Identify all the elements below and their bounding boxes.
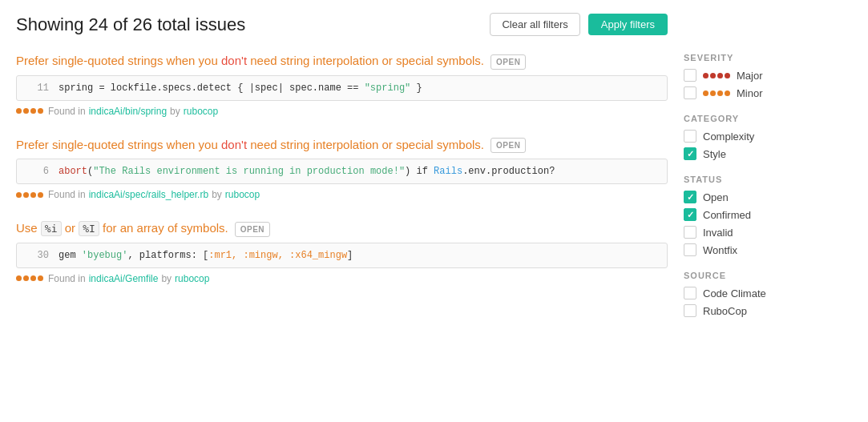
category-section: CATEGORY ComplexityStyle (684, 114, 852, 160)
issue-badge: OPEN (491, 54, 526, 70)
dot (23, 108, 29, 114)
found-path-link[interactable]: indicaAi/spec/rails_helper.rb (89, 189, 208, 200)
dot (38, 108, 43, 114)
title-text: need string interpolation or special sym… (247, 54, 484, 67)
status-items: OpenConfirmedInvalidWontfix (684, 191, 852, 256)
severity-dot (710, 90, 716, 96)
severity-dots (16, 108, 43, 114)
status-items-item-3[interactable]: Wontfix (684, 243, 852, 256)
severity-dot (703, 73, 709, 78)
found-by: by (170, 106, 180, 117)
found-text: Found in (48, 189, 86, 200)
found-tool-link[interactable]: rubocop (184, 106, 218, 117)
source-items-label-1: RuboCop (703, 305, 747, 317)
severity-section: SEVERITY MajorMinor (684, 53, 852, 99)
severity-items-label-0: Major (703, 70, 763, 82)
status-items-item-0[interactable]: Open (684, 191, 852, 203)
category-items: ComplexityStyle (684, 130, 852, 160)
issue-card-2: Use %i or %I for an array of symbols.OPE… (16, 219, 668, 284)
dot (16, 108, 22, 114)
status-items-checkbox-1[interactable] (684, 208, 696, 221)
category-items-item-0[interactable]: Complexity (684, 130, 852, 143)
source-items-label-0: Code Climate (703, 287, 766, 299)
source-items-checkbox-1[interactable] (684, 304, 696, 317)
found-line: Found in indicaAi/bin/spring by rubocop (16, 106, 668, 117)
status-label: STATUS (684, 175, 852, 184)
found-tool-link[interactable]: rubocop (175, 273, 209, 284)
status-items-checkbox-2[interactable] (684, 226, 696, 239)
dot (30, 275, 36, 281)
category-items-item-1[interactable]: Style (684, 147, 852, 160)
title-text: for an array of symbols. (99, 221, 228, 235)
severity-items-checkbox-0[interactable] (684, 69, 696, 82)
clear-filters-button[interactable]: Clear all filters (490, 13, 579, 36)
status-items-item-2[interactable]: Invalid (684, 226, 852, 239)
found-text: Found in (48, 106, 86, 117)
dot (38, 275, 43, 281)
title-text: Use (16, 221, 41, 235)
title-code: %i (41, 221, 62, 236)
dot (30, 192, 36, 198)
dot (30, 108, 36, 114)
title-code: %I (79, 221, 99, 236)
severity-dot (717, 73, 723, 78)
found-tool-link[interactable]: rubocop (225, 189, 260, 200)
severity-dot (725, 90, 730, 96)
status-section: STATUS OpenConfirmedInvalidWontfix (684, 175, 852, 256)
severity-items-item-1[interactable]: Minor (684, 86, 852, 99)
source-items-item-1[interactable]: RuboCop (684, 304, 852, 317)
status-items-label-2: Invalid (703, 227, 733, 239)
source-section: SOURCE Code ClimateRuboCop (684, 271, 852, 317)
severity-dot (725, 73, 730, 78)
title-text: or (62, 221, 79, 235)
found-path-link[interactable]: indicaAi/bin/spring (89, 106, 167, 117)
category-items-checkbox-0[interactable] (684, 130, 696, 143)
severity-dot (703, 90, 709, 96)
source-label: SOURCE (684, 271, 852, 280)
issue-badge: OPEN (491, 138, 526, 153)
status-items-item-1[interactable]: Confirmed (684, 208, 852, 221)
severity-label: SEVERITY (684, 53, 852, 62)
source-items-checkbox-0[interactable] (684, 287, 696, 299)
dot (16, 192, 22, 198)
header-actions: Clear all filters Apply filters (490, 13, 668, 36)
severity-items-item-0[interactable]: Major (684, 69, 852, 82)
title-text: Prefer single-quoted strings when you (16, 54, 221, 67)
issues-list: Prefer single-quoted strings when you do… (16, 52, 668, 284)
source-items-item-0[interactable]: Code Climate (684, 287, 852, 299)
severity-items: MajorMinor (684, 69, 852, 99)
line-number: 6 (25, 166, 49, 177)
code-block: 30 gem 'byebug', platforms: [:mr1, :ming… (16, 243, 668, 268)
page-header: Showing 24 of 26 total issues Clear all … (16, 13, 668, 36)
severity-color-dots (703, 73, 730, 78)
line-number: 30 (25, 250, 49, 261)
apply-filters-button[interactable]: Apply filters (588, 14, 668, 35)
severity-dot (717, 90, 723, 96)
severity-dot (710, 73, 716, 78)
code-block: 11 spring = lockfile.specs.detect { |spe… (16, 75, 668, 101)
found-path-link[interactable]: indicaAi/Gemfile (89, 273, 159, 284)
issue-title: Use %i or %I for an array of symbols.OPE… (16, 219, 668, 238)
severity-items-checkbox-1[interactable] (684, 86, 696, 99)
code-block: 6 abort("The Rails environment is runnin… (16, 159, 668, 184)
line-number: 11 (25, 82, 49, 94)
title-emphasis: don't (221, 54, 247, 67)
status-items-label-0: Open (703, 191, 729, 203)
severity-color-dots (703, 90, 730, 96)
found-line: Found in indicaAi/spec/rails_helper.rb b… (16, 189, 668, 200)
severity-items-label-1: Minor (703, 87, 763, 99)
sidebar: SEVERITY MajorMinor CATEGORY ComplexityS… (684, 13, 852, 332)
code-content: gem 'byebug', platforms: [:mr1, :mingw, … (59, 250, 659, 261)
dot (16, 275, 22, 281)
status-items-checkbox-3[interactable] (684, 243, 696, 256)
found-text: Found in (48, 273, 86, 284)
issue-card-0: Prefer single-quoted strings when you do… (16, 52, 668, 117)
category-items-checkbox-1[interactable] (684, 147, 696, 160)
status-items-label-3: Wontfix (703, 244, 737, 256)
category-label: CATEGORY (684, 114, 852, 123)
dot (23, 192, 29, 198)
title-text: need string interpolation or special sym… (247, 138, 484, 151)
status-items-checkbox-0[interactable] (684, 191, 696, 203)
title-text: Prefer single-quoted strings when you (16, 138, 221, 151)
issue-badge: OPEN (235, 222, 270, 237)
